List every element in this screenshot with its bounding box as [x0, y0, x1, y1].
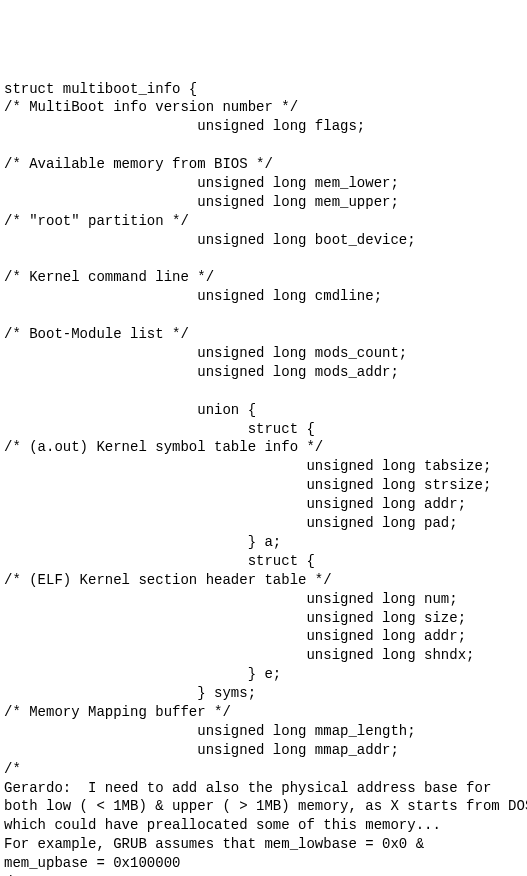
code-line: /* Memory Mapping buffer */	[4, 703, 523, 722]
code-line: /* Boot-Module list */	[4, 325, 523, 344]
code-line: /*	[4, 760, 523, 779]
code-line: } a;	[4, 533, 523, 552]
code-line: unsigned long flags;	[4, 117, 523, 136]
code-line: unsigned long mem_lower;	[4, 174, 523, 193]
code-line: unsigned long tabsize;	[4, 457, 523, 476]
code-line	[4, 382, 523, 401]
code-line: mem_upbase = 0x100000	[4, 854, 523, 873]
code-line: /* "root" partition */	[4, 212, 523, 231]
code-line: unsigned long addr;	[4, 495, 523, 514]
code-line: For example, GRUB assumes that mem_lowba…	[4, 835, 523, 854]
code-line	[4, 136, 523, 155]
code-line: /* (ELF) Kernel section header table */	[4, 571, 523, 590]
code-line: unsigned long mmap_addr;	[4, 741, 523, 760]
code-line: unsigned long mem_upper;	[4, 193, 523, 212]
code-line: } e;	[4, 665, 523, 684]
code-line: /* Available memory from BIOS */	[4, 155, 523, 174]
code-line: unsigned long cmdline;	[4, 287, 523, 306]
code-line: struct multiboot_info {	[4, 80, 523, 99]
code-line: } syms;	[4, 684, 523, 703]
code-line: unsigned long strsize;	[4, 476, 523, 495]
code-line: struct {	[4, 420, 523, 439]
code-line: unsigned long num;	[4, 590, 523, 609]
code-line: Gerardo: I need to add also the physical…	[4, 779, 523, 798]
code-line: unsigned long mmap_length;	[4, 722, 523, 741]
code-line: /* (a.out) Kernel symbol table info */	[4, 438, 523, 457]
code-line: unsigned long mods_count;	[4, 344, 523, 363]
code-line: unsigned long size;	[4, 609, 523, 628]
code-line	[4, 250, 523, 269]
code-line	[4, 306, 523, 325]
code-block: struct multiboot_info {/* MultiBoot info…	[4, 80, 523, 876]
code-line: which could have preallocated some of th…	[4, 816, 523, 835]
code-line: unsigned long pad;	[4, 514, 523, 533]
code-line: unsigned long addr;	[4, 627, 523, 646]
code-line: /* MultiBoot info version number */	[4, 98, 523, 117]
code-line: union {	[4, 401, 523, 420]
code-line: unsigned long boot_device;	[4, 231, 523, 250]
code-line: unsigned long mods_addr;	[4, 363, 523, 382]
code-line: unsigned long shndx;	[4, 646, 523, 665]
code-line: struct {	[4, 552, 523, 571]
code-line: /* Kernel command line */	[4, 268, 523, 287]
code-line: both low ( < 1MB) & upper ( > 1MB) memor…	[4, 797, 523, 816]
